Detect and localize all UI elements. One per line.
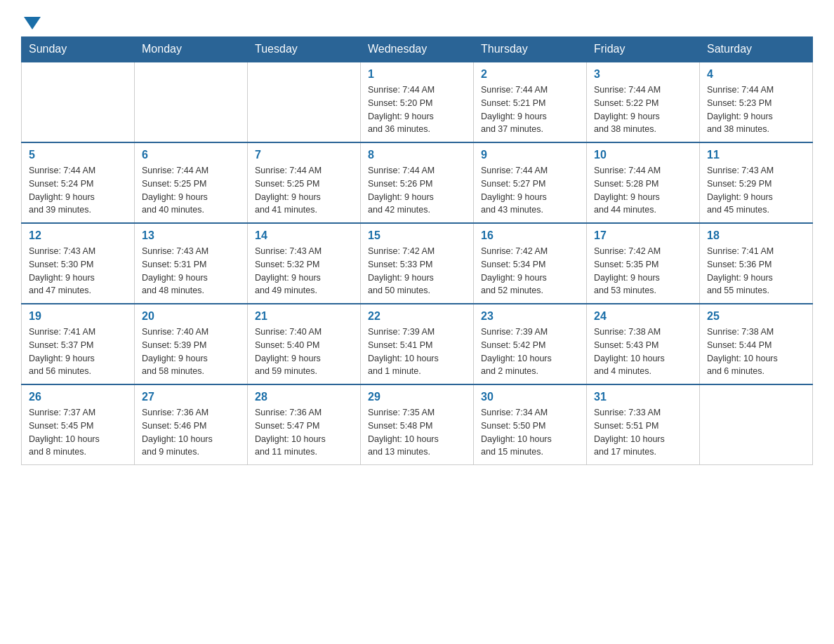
weekday-header-sunday: Sunday [22, 37, 135, 62]
day-number: 2 [481, 68, 579, 81]
day-info: Sunrise: 7:44 AM Sunset: 5:25 PM Dayligh… [142, 164, 240, 217]
weekday-header-friday: Friday [587, 37, 700, 62]
weekday-header-wednesday: Wednesday [361, 37, 474, 62]
weekday-header-row: SundayMondayTuesdayWednesdayThursdayFrid… [22, 37, 813, 62]
calendar-cell: 24Sunrise: 7:38 AM Sunset: 5:43 PM Dayli… [587, 304, 700, 384]
day-info: Sunrise: 7:37 AM Sunset: 5:45 PM Dayligh… [29, 406, 127, 459]
day-number: 8 [368, 149, 466, 161]
calendar-cell: 6Sunrise: 7:44 AM Sunset: 5:25 PM Daylig… [135, 142, 248, 223]
calendar-cell: 18Sunrise: 7:41 AM Sunset: 5:36 PM Dayli… [700, 223, 813, 304]
logo-arrow-icon [24, 17, 41, 29]
day-info: Sunrise: 7:41 AM Sunset: 5:37 PM Dayligh… [29, 326, 127, 378]
day-number: 4 [707, 68, 805, 81]
calendar-cell: 17Sunrise: 7:42 AM Sunset: 5:35 PM Dayli… [587, 223, 700, 304]
calendar-cell [22, 62, 135, 142]
calendar-cell [248, 62, 361, 142]
calendar-cell: 23Sunrise: 7:39 AM Sunset: 5:42 PM Dayli… [474, 304, 587, 384]
day-number: 28 [255, 391, 353, 403]
day-number: 25 [707, 310, 805, 323]
day-info: Sunrise: 7:44 AM Sunset: 5:27 PM Dayligh… [481, 164, 579, 217]
calendar-cell: 20Sunrise: 7:40 AM Sunset: 5:39 PM Dayli… [135, 304, 248, 384]
day-info: Sunrise: 7:36 AM Sunset: 5:46 PM Dayligh… [142, 406, 240, 459]
page-header [21, 14, 813, 29]
weekday-header-thursday: Thursday [474, 37, 587, 62]
day-info: Sunrise: 7:36 AM Sunset: 5:47 PM Dayligh… [255, 406, 353, 459]
calendar-cell: 22Sunrise: 7:39 AM Sunset: 5:41 PM Dayli… [361, 304, 474, 384]
day-info: Sunrise: 7:44 AM Sunset: 5:24 PM Dayligh… [29, 164, 127, 217]
day-number: 18 [707, 229, 805, 242]
day-info: Sunrise: 7:42 AM Sunset: 5:35 PM Dayligh… [594, 245, 692, 297]
calendar-cell: 7Sunrise: 7:44 AM Sunset: 5:25 PM Daylig… [248, 142, 361, 223]
day-info: Sunrise: 7:40 AM Sunset: 5:40 PM Dayligh… [255, 326, 353, 378]
weekday-header-monday: Monday [135, 37, 248, 62]
day-info: Sunrise: 7:44 AM Sunset: 5:21 PM Dayligh… [481, 83, 579, 136]
day-info: Sunrise: 7:44 AM Sunset: 5:26 PM Dayligh… [368, 164, 466, 217]
calendar-cell: 5Sunrise: 7:44 AM Sunset: 5:24 PM Daylig… [22, 142, 135, 223]
day-info: Sunrise: 7:34 AM Sunset: 5:50 PM Dayligh… [481, 406, 579, 459]
day-number: 31 [594, 391, 692, 403]
calendar-cell [700, 384, 813, 465]
day-number: 19 [29, 310, 127, 323]
day-number: 23 [481, 310, 579, 323]
week-row-1: 1Sunrise: 7:44 AM Sunset: 5:20 PM Daylig… [22, 62, 813, 142]
calendar-cell: 19Sunrise: 7:41 AM Sunset: 5:37 PM Dayli… [22, 304, 135, 384]
day-number: 22 [368, 310, 466, 323]
day-number: 13 [142, 229, 240, 242]
day-info: Sunrise: 7:39 AM Sunset: 5:41 PM Dayligh… [368, 326, 466, 378]
day-number: 24 [594, 310, 692, 323]
day-info: Sunrise: 7:33 AM Sunset: 5:51 PM Dayligh… [594, 406, 692, 459]
calendar-cell: 9Sunrise: 7:44 AM Sunset: 5:27 PM Daylig… [474, 142, 587, 223]
day-number: 11 [707, 149, 805, 161]
calendar-cell: 14Sunrise: 7:43 AM Sunset: 5:32 PM Dayli… [248, 223, 361, 304]
calendar-cell: 16Sunrise: 7:42 AM Sunset: 5:34 PM Dayli… [474, 223, 587, 304]
day-number: 17 [594, 229, 692, 242]
calendar-table: SundayMondayTuesdayWednesdayThursdayFrid… [21, 36, 813, 465]
day-number: 3 [594, 68, 692, 81]
day-number: 12 [29, 229, 127, 242]
day-number: 20 [142, 310, 240, 323]
day-info: Sunrise: 7:43 AM Sunset: 5:29 PM Dayligh… [707, 164, 805, 217]
calendar-cell: 8Sunrise: 7:44 AM Sunset: 5:26 PM Daylig… [361, 142, 474, 223]
day-number: 21 [255, 310, 353, 323]
calendar-cell: 1Sunrise: 7:44 AM Sunset: 5:20 PM Daylig… [361, 62, 474, 142]
calendar-cell: 27Sunrise: 7:36 AM Sunset: 5:46 PM Dayli… [135, 384, 248, 465]
day-info: Sunrise: 7:43 AM Sunset: 5:31 PM Dayligh… [142, 245, 240, 297]
day-info: Sunrise: 7:38 AM Sunset: 5:43 PM Dayligh… [594, 326, 692, 378]
day-info: Sunrise: 7:39 AM Sunset: 5:42 PM Dayligh… [481, 326, 579, 378]
day-number: 7 [255, 149, 353, 161]
day-number: 1 [368, 68, 466, 81]
day-info: Sunrise: 7:42 AM Sunset: 5:34 PM Dayligh… [481, 245, 579, 297]
week-row-3: 12Sunrise: 7:43 AM Sunset: 5:30 PM Dayli… [22, 223, 813, 304]
calendar-cell: 21Sunrise: 7:40 AM Sunset: 5:40 PM Dayli… [248, 304, 361, 384]
calendar-cell: 29Sunrise: 7:35 AM Sunset: 5:48 PM Dayli… [361, 384, 474, 465]
day-number: 30 [481, 391, 579, 403]
week-row-4: 19Sunrise: 7:41 AM Sunset: 5:37 PM Dayli… [22, 304, 813, 384]
weekday-header-saturday: Saturday [700, 37, 813, 62]
calendar-cell: 12Sunrise: 7:43 AM Sunset: 5:30 PM Dayli… [22, 223, 135, 304]
calendar-cell: 10Sunrise: 7:44 AM Sunset: 5:28 PM Dayli… [587, 142, 700, 223]
calendar-cell: 11Sunrise: 7:43 AM Sunset: 5:29 PM Dayli… [700, 142, 813, 223]
day-info: Sunrise: 7:35 AM Sunset: 5:48 PM Dayligh… [368, 406, 466, 459]
day-info: Sunrise: 7:44 AM Sunset: 5:20 PM Dayligh… [368, 83, 466, 136]
day-number: 10 [594, 149, 692, 161]
day-info: Sunrise: 7:44 AM Sunset: 5:22 PM Dayligh… [594, 83, 692, 136]
calendar-cell: 2Sunrise: 7:44 AM Sunset: 5:21 PM Daylig… [474, 62, 587, 142]
week-row-5: 26Sunrise: 7:37 AM Sunset: 5:45 PM Dayli… [22, 384, 813, 465]
day-info: Sunrise: 7:43 AM Sunset: 5:30 PM Dayligh… [29, 245, 127, 297]
day-info: Sunrise: 7:44 AM Sunset: 5:28 PM Dayligh… [594, 164, 692, 217]
day-number: 29 [368, 391, 466, 403]
calendar-cell: 26Sunrise: 7:37 AM Sunset: 5:45 PM Dayli… [22, 384, 135, 465]
day-info: Sunrise: 7:42 AM Sunset: 5:33 PM Dayligh… [368, 245, 466, 297]
day-info: Sunrise: 7:38 AM Sunset: 5:44 PM Dayligh… [707, 326, 805, 378]
day-info: Sunrise: 7:44 AM Sunset: 5:23 PM Dayligh… [707, 83, 805, 136]
day-info: Sunrise: 7:44 AM Sunset: 5:25 PM Dayligh… [255, 164, 353, 217]
calendar-cell: 15Sunrise: 7:42 AM Sunset: 5:33 PM Dayli… [361, 223, 474, 304]
calendar-cell: 4Sunrise: 7:44 AM Sunset: 5:23 PM Daylig… [700, 62, 813, 142]
calendar-cell: 31Sunrise: 7:33 AM Sunset: 5:51 PM Dayli… [587, 384, 700, 465]
week-row-2: 5Sunrise: 7:44 AM Sunset: 5:24 PM Daylig… [22, 142, 813, 223]
day-number: 16 [481, 229, 579, 242]
calendar-cell [135, 62, 248, 142]
day-info: Sunrise: 7:41 AM Sunset: 5:36 PM Dayligh… [707, 245, 805, 297]
day-number: 27 [142, 391, 240, 403]
day-info: Sunrise: 7:43 AM Sunset: 5:32 PM Dayligh… [255, 245, 353, 297]
